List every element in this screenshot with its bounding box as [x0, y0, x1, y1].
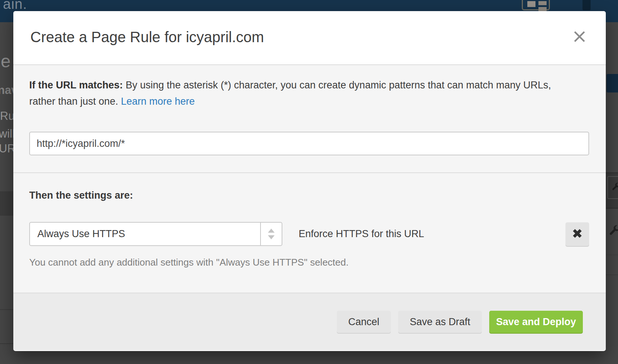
background-table-band — [606, 172, 618, 209]
modal-body: If the URL matches: By using the asteris… — [13, 65, 606, 293]
save-and-deploy-button[interactable]: Save and Deploy — [489, 311, 583, 333]
up-down-stepper-icon[interactable] — [260, 223, 282, 245]
heavy-x-icon — [572, 228, 583, 240]
background-table-band — [0, 191, 13, 216]
remove-setting-button[interactable] — [565, 222, 589, 246]
url-match-description: If the URL matches: By using the asteris… — [29, 65, 558, 109]
save-as-draft-button[interactable]: Save as Draft — [398, 311, 482, 333]
cancel-button[interactable]: Cancel — [337, 311, 391, 333]
create-page-rule-modal: Create a Page Rule for icyapril.com If t… — [13, 11, 606, 351]
background-text-fragment: e — [1, 51, 11, 71]
background-text-fragment: will — [0, 127, 15, 141]
background-divider — [606, 274, 618, 275]
section-divider — [13, 172, 606, 173]
background-divider — [606, 255, 618, 255]
wrench-icon — [608, 224, 618, 237]
setting-select[interactable]: Always Use HTTPS — [29, 222, 282, 246]
background-header-text-fragment: ain. — [3, 0, 27, 12]
modal-title: Create a Page Rule for icyapril.com — [30, 29, 264, 46]
learn-more-link[interactable]: Learn more here — [121, 96, 195, 107]
url-pattern-input[interactable] — [29, 132, 589, 155]
url-match-label: If the URL matches: — [29, 80, 123, 91]
close-icon[interactable] — [573, 30, 586, 43]
page-root: ain. e nav Ru will UR Create a Page Rule… — [0, 0, 618, 364]
modal-footer: Cancel Save as Draft Save and Deploy — [13, 293, 606, 350]
modal-header: Create a Page Rule for icyapril.com — [13, 11, 606, 65]
header-icon-fragment — [582, 0, 591, 10]
setting-description: Enforce HTTPS for this URL — [299, 228, 565, 240]
layout-view-icon — [522, 0, 550, 10]
background-button-fragment — [607, 74, 618, 92]
wrench-icon — [607, 176, 618, 199]
setting-select-value: Always Use HTTPS — [30, 223, 260, 245]
background-divider — [0, 309, 13, 310]
settings-heading: Then the settings are: — [29, 190, 589, 201]
background-divider — [0, 343, 13, 344]
setting-helper-text: You cannot add any additional settings w… — [29, 257, 589, 268]
setting-row: Always Use HTTPS Enforce HTTPS for this … — [29, 222, 589, 246]
background-text-fragment: Ru — [0, 109, 15, 123]
